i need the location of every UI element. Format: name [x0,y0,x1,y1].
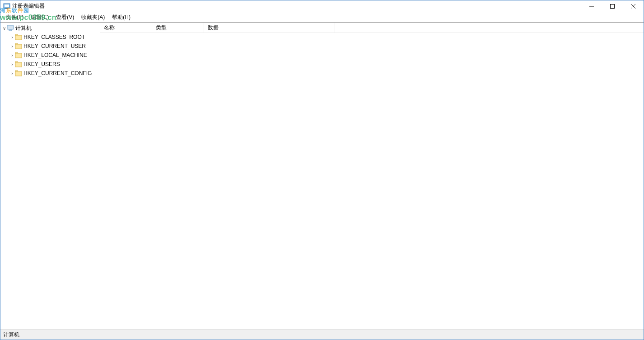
folder-icon [15,42,22,50]
tree-key-hkcr[interactable]: › HKEY_CLASSES_ROOT [0,33,100,42]
column-header-data[interactable]: 数据 [204,23,335,33]
folder-icon [15,70,22,77]
chevron-right-icon[interactable]: › [9,62,15,67]
svg-rect-10 [15,35,22,40]
tree-root-computer[interactable]: ∨ 计算机 [0,24,100,33]
tree-root-label: 计算机 [15,24,32,32]
column-header-type[interactable]: 类型 [152,23,204,33]
column-header-name[interactable]: 名称 [100,23,152,33]
main-content: ∨ 计算机 › HKEY_CLASSES_ROOT › [0,22,644,330]
menu-edit[interactable]: 编辑(E) [27,13,52,22]
chevron-right-icon[interactable]: › [9,53,15,58]
svg-rect-12 [15,44,22,49]
window-controls [581,0,644,12]
svg-rect-2 [5,8,8,9]
menu-file[interactable]: 文件(F) [2,13,27,22]
window-title: 注册表编辑器 [12,2,45,10]
folder-icon [15,33,22,41]
folder-icon [15,61,22,68]
maximize-button[interactable] [602,0,623,12]
app-icon [3,3,10,10]
chevron-right-icon[interactable]: › [9,44,15,49]
list-header: 名称 类型 数据 [100,23,644,33]
svg-rect-1 [5,5,9,7]
statusbar-path: 计算机 [3,331,19,339]
svg-rect-18 [15,71,22,76]
chevron-right-icon[interactable]: › [9,71,15,76]
tree-key-label: HKEY_CURRENT_USER [23,43,86,49]
folder-icon [15,52,22,59]
close-button[interactable] [623,0,644,12]
menu-favorites[interactable]: 收藏夹(A) [78,13,108,22]
computer-icon [7,24,14,32]
menubar: 文件(F) 编辑(E) 查看(V) 收藏夹(A) 帮助(H) [0,12,644,22]
svg-rect-8 [9,30,12,31]
list-panel: 名称 类型 数据 [100,23,644,330]
minimize-button[interactable] [581,0,602,12]
tree-key-hku[interactable]: › HKEY_USERS [0,60,100,69]
tree-key-label: HKEY_USERS [23,61,60,67]
svg-rect-16 [15,62,22,67]
registry-editor-window: 注册表编辑器 文件(F) 编辑(E) 查看(V) 收藏夹(A) 帮助(H) ∨ [0,0,644,340]
tree-key-hkcc[interactable]: › HKEY_CURRENT_CONFIG [0,69,100,78]
titlebar: 注册表编辑器 [0,0,644,12]
list-body[interactable] [100,33,644,330]
chevron-down-icon[interactable]: ∨ [0,26,7,31]
tree-key-label: HKEY_CLASSES_ROOT [23,34,85,40]
tree-key-label: HKEY_LOCAL_MACHINE [23,52,87,58]
tree-key-label: HKEY_CURRENT_CONFIG [23,70,92,76]
menu-help[interactable]: 帮助(H) [108,13,134,22]
menu-view[interactable]: 查看(V) [52,13,78,22]
svg-rect-7 [7,25,14,29]
statusbar: 计算机 [0,330,644,340]
chevron-right-icon[interactable]: › [9,35,15,40]
tree-panel[interactable]: ∨ 计算机 › HKEY_CLASSES_ROOT › [0,23,100,330]
svg-rect-4 [611,4,615,8]
svg-rect-14 [15,53,22,58]
tree-key-hkcu[interactable]: › HKEY_CURRENT_USER [0,42,100,51]
tree-key-hklm[interactable]: › HKEY_LOCAL_MACHINE [0,51,100,60]
